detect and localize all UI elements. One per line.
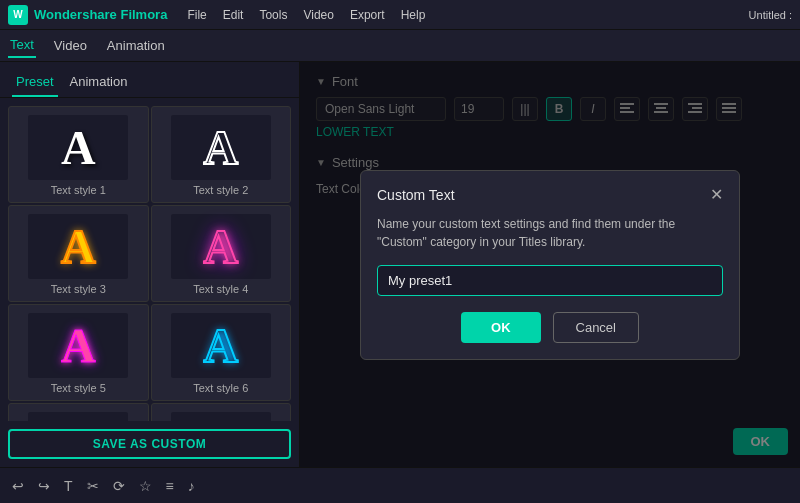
style-letter-4: A (203, 219, 238, 274)
brand-name: Wondershare Filmora (34, 7, 167, 22)
style-letter-8: A (203, 417, 238, 421)
brand: W Wondershare Filmora (8, 5, 167, 25)
left-panel: Preset Animation A Text style 1 A Text s… (0, 62, 300, 467)
style-cell-1[interactable]: A Text style 1 (8, 106, 149, 203)
style-preview-3: A (28, 214, 128, 279)
style-label-2: Text style 2 (193, 184, 248, 196)
cut-icon[interactable]: ✂ (87, 478, 99, 494)
style-cell-6[interactable]: A Text style 6 (151, 304, 292, 401)
modal-title: Custom Text (377, 187, 455, 203)
style-cell-5[interactable]: A Text style 5 (8, 304, 149, 401)
modal-ok-button[interactable]: OK (461, 312, 541, 343)
title-bar: W Wondershare Filmora File Edit Tools Vi… (0, 0, 800, 30)
modal-close-button[interactable]: ✕ (710, 187, 723, 203)
settings-icon[interactable]: ≡ (166, 478, 174, 494)
style-preview-4: A (171, 214, 271, 279)
menu-tools[interactable]: Tools (259, 8, 287, 22)
history-icon[interactable]: ⟳ (113, 478, 125, 494)
menu-help[interactable]: Help (401, 8, 426, 22)
custom-text-input[interactable] (377, 265, 723, 296)
style-letter-2: A (203, 120, 238, 175)
modal-body-text: Name your custom text settings and find … (377, 215, 723, 251)
style-letter-6: A (203, 318, 238, 373)
tab-text[interactable]: Text (8, 33, 36, 58)
style-cell-4[interactable]: A Text style 4 (151, 205, 292, 302)
style-preview-2: A (171, 115, 271, 180)
bottom-toolbar: ↩ ↪ T ✂ ⟳ ☆ ≡ ♪ (0, 467, 800, 503)
style-label-3: Text style 3 (51, 283, 106, 295)
style-preview-1: A (28, 115, 128, 180)
menu-file[interactable]: File (187, 8, 206, 22)
main-layout: Preset Animation A Text style 1 A Text s… (0, 62, 800, 467)
style-preview-7: A (28, 412, 128, 421)
style-cell-3[interactable]: A Text style 3 (8, 205, 149, 302)
modal-title-bar: Custom Text ✕ (377, 187, 723, 203)
right-panel: ▼ Font Open Sans Light 19 ||| B I (300, 62, 800, 467)
preset-tabs: Preset Animation (0, 62, 299, 98)
audio-icon[interactable]: ♪ (188, 478, 195, 494)
menu-bar: File Edit Tools Video Export Help (187, 8, 748, 22)
tab-animation[interactable]: Animation (66, 70, 132, 97)
style-label-6: Text style 6 (193, 382, 248, 394)
style-label-5: Text style 5 (51, 382, 106, 394)
style-cell-2[interactable]: A Text style 2 (151, 106, 292, 203)
modal-buttons: OK Cancel (377, 312, 723, 343)
redo-icon[interactable]: ↪ (38, 478, 50, 494)
style-preview-6: A (171, 313, 271, 378)
top-tabs: Text Video Animation (0, 30, 800, 62)
style-preview-5: A (28, 313, 128, 378)
menu-video[interactable]: Video (303, 8, 333, 22)
menu-export[interactable]: Export (350, 8, 385, 22)
style-letter-1: A (61, 120, 96, 175)
text-tool-icon[interactable]: T (64, 478, 73, 494)
menu-edit[interactable]: Edit (223, 8, 244, 22)
style-cell-8[interactable]: A Text style 8 (151, 403, 292, 421)
style-label-4: Text style 4 (193, 283, 248, 295)
style-cell-7[interactable]: A Text style 7 (8, 403, 149, 421)
style-letter-5: A (61, 318, 96, 373)
tab-animation[interactable]: Animation (105, 34, 167, 57)
logo-icon: W (8, 5, 28, 25)
style-preview-8: A (171, 412, 271, 421)
tab-preset[interactable]: Preset (12, 70, 58, 97)
style-label-1: Text style 1 (51, 184, 106, 196)
modal-cancel-button[interactable]: Cancel (553, 312, 639, 343)
style-letter-7: A (61, 417, 96, 421)
save-as-custom-button[interactable]: SAVE AS CUSTOM (8, 429, 291, 459)
modal-overlay: Custom Text ✕ Name your custom text sett… (300, 62, 800, 467)
window-title: Untitled : (749, 9, 792, 21)
star-icon[interactable]: ☆ (139, 478, 152, 494)
style-letter-3: A (61, 219, 96, 274)
modal-dialog: Custom Text ✕ Name your custom text sett… (360, 170, 740, 360)
tab-video[interactable]: Video (52, 34, 89, 57)
style-grid: A Text style 1 A Text style 2 A Text sty… (0, 98, 299, 421)
undo-icon[interactable]: ↩ (12, 478, 24, 494)
